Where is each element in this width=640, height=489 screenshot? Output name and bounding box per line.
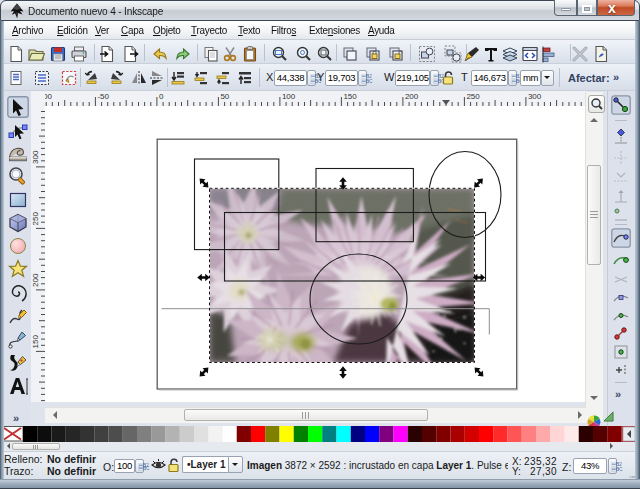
svg-text:250: 250 <box>31 212 40 226</box>
svg-text:-50: -50 <box>97 92 109 101</box>
svg-text:200: 200 <box>405 92 419 101</box>
svg-text:50: 50 <box>220 92 229 101</box>
svg-text:150: 150 <box>343 92 357 101</box>
svg-text:200: 200 <box>31 273 40 287</box>
svg-text:0: 0 <box>159 92 164 101</box>
svg-text:100: 100 <box>282 92 296 101</box>
svg-text:250: 250 <box>466 92 480 101</box>
svg-text:300: 300 <box>31 150 40 164</box>
svg-text:150: 150 <box>31 335 40 349</box>
svg-text:300: 300 <box>528 92 542 101</box>
